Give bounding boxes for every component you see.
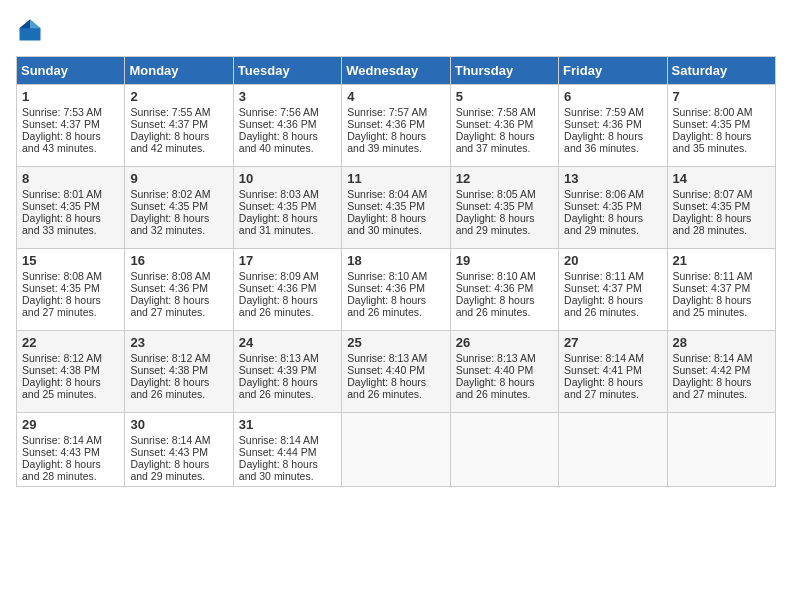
day-number: 5 bbox=[456, 89, 553, 104]
sunset-label: Sunset: 4:36 PM bbox=[456, 282, 534, 294]
calendar-row: 1 Sunrise: 7:53 AM Sunset: 4:37 PM Dayli… bbox=[17, 85, 776, 167]
sunrise-label: Sunrise: 8:06 AM bbox=[564, 188, 644, 200]
daylight-label: Daylight: 8 hours and 26 minutes. bbox=[239, 294, 318, 318]
sunrise-label: Sunrise: 8:11 AM bbox=[564, 270, 644, 282]
calendar-day-cell: 3 Sunrise: 7:56 AM Sunset: 4:36 PM Dayli… bbox=[233, 85, 341, 167]
daylight-label: Daylight: 8 hours and 42 minutes. bbox=[130, 130, 209, 154]
sunset-label: Sunset: 4:36 PM bbox=[456, 118, 534, 130]
calendar-day-cell: 8 Sunrise: 8:01 AM Sunset: 4:35 PM Dayli… bbox=[17, 167, 125, 249]
sunset-label: Sunset: 4:35 PM bbox=[456, 200, 534, 212]
calendar-day-cell: 15 Sunrise: 8:08 AM Sunset: 4:35 PM Dayl… bbox=[17, 249, 125, 331]
day-number: 30 bbox=[130, 417, 227, 432]
sunset-label: Sunset: 4:40 PM bbox=[456, 364, 534, 376]
daylight-label: Daylight: 8 hours and 40 minutes. bbox=[239, 130, 318, 154]
sunset-label: Sunset: 4:35 PM bbox=[130, 200, 208, 212]
sunset-label: Sunset: 4:36 PM bbox=[347, 282, 425, 294]
day-number: 20 bbox=[564, 253, 661, 268]
daylight-label: Daylight: 8 hours and 29 minutes. bbox=[564, 212, 643, 236]
logo-icon bbox=[16, 16, 44, 44]
daylight-label: Daylight: 8 hours and 26 minutes. bbox=[239, 376, 318, 400]
daylight-label: Daylight: 8 hours and 36 minutes. bbox=[564, 130, 643, 154]
calendar-day-cell: 7 Sunrise: 8:00 AM Sunset: 4:35 PM Dayli… bbox=[667, 85, 775, 167]
sunrise-label: Sunrise: 8:01 AM bbox=[22, 188, 102, 200]
sunrise-label: Sunrise: 8:02 AM bbox=[130, 188, 210, 200]
daylight-label: Daylight: 8 hours and 28 minutes. bbox=[673, 212, 752, 236]
logo bbox=[16, 16, 48, 44]
day-of-week-header: Saturday bbox=[667, 57, 775, 85]
sunset-label: Sunset: 4:35 PM bbox=[673, 200, 751, 212]
day-of-week-header: Sunday bbox=[17, 57, 125, 85]
sunset-label: Sunset: 4:36 PM bbox=[347, 118, 425, 130]
day-number: 17 bbox=[239, 253, 336, 268]
day-number: 22 bbox=[22, 335, 119, 350]
calendar-day-cell: 25 Sunrise: 8:13 AM Sunset: 4:40 PM Dayl… bbox=[342, 331, 450, 413]
sunrise-label: Sunrise: 8:14 AM bbox=[22, 434, 102, 446]
calendar-day-cell: 5 Sunrise: 7:58 AM Sunset: 4:36 PM Dayli… bbox=[450, 85, 558, 167]
daylight-label: Daylight: 8 hours and 27 minutes. bbox=[673, 376, 752, 400]
sunrise-label: Sunrise: 8:13 AM bbox=[347, 352, 427, 364]
sunrise-label: Sunrise: 8:12 AM bbox=[130, 352, 210, 364]
day-number: 25 bbox=[347, 335, 444, 350]
sunrise-label: Sunrise: 8:14 AM bbox=[673, 352, 753, 364]
sunrise-label: Sunrise: 8:12 AM bbox=[22, 352, 102, 364]
daylight-label: Daylight: 8 hours and 28 minutes. bbox=[22, 458, 101, 482]
daylight-label: Daylight: 8 hours and 37 minutes. bbox=[456, 130, 535, 154]
sunset-label: Sunset: 4:39 PM bbox=[239, 364, 317, 376]
sunset-label: Sunset: 4:37 PM bbox=[130, 118, 208, 130]
day-number: 14 bbox=[673, 171, 770, 186]
sunrise-label: Sunrise: 8:10 AM bbox=[347, 270, 427, 282]
calendar-day-cell: 28 Sunrise: 8:14 AM Sunset: 4:42 PM Dayl… bbox=[667, 331, 775, 413]
day-of-week-header: Monday bbox=[125, 57, 233, 85]
sunrise-label: Sunrise: 8:04 AM bbox=[347, 188, 427, 200]
day-number: 10 bbox=[239, 171, 336, 186]
day-number: 8 bbox=[22, 171, 119, 186]
calendar-header-row: SundayMondayTuesdayWednesdayThursdayFrid… bbox=[17, 57, 776, 85]
empty-calendar-cell bbox=[450, 413, 558, 487]
daylight-label: Daylight: 8 hours and 26 minutes. bbox=[347, 376, 426, 400]
sunrise-label: Sunrise: 8:07 AM bbox=[673, 188, 753, 200]
daylight-label: Daylight: 8 hours and 30 minutes. bbox=[347, 212, 426, 236]
calendar-day-cell: 30 Sunrise: 8:14 AM Sunset: 4:43 PM Dayl… bbox=[125, 413, 233, 487]
calendar-day-cell: 1 Sunrise: 7:53 AM Sunset: 4:37 PM Dayli… bbox=[17, 85, 125, 167]
sunset-label: Sunset: 4:36 PM bbox=[564, 118, 642, 130]
calendar-table: SundayMondayTuesdayWednesdayThursdayFrid… bbox=[16, 56, 776, 487]
calendar-row: 15 Sunrise: 8:08 AM Sunset: 4:35 PM Dayl… bbox=[17, 249, 776, 331]
svg-marker-2 bbox=[20, 20, 31, 29]
calendar-day-cell: 24 Sunrise: 8:13 AM Sunset: 4:39 PM Dayl… bbox=[233, 331, 341, 413]
calendar-day-cell: 12 Sunrise: 8:05 AM Sunset: 4:35 PM Dayl… bbox=[450, 167, 558, 249]
sunset-label: Sunset: 4:43 PM bbox=[130, 446, 208, 458]
daylight-label: Daylight: 8 hours and 35 minutes. bbox=[673, 130, 752, 154]
daylight-label: Daylight: 8 hours and 27 minutes. bbox=[130, 294, 209, 318]
daylight-label: Daylight: 8 hours and 27 minutes. bbox=[22, 294, 101, 318]
calendar-day-cell: 11 Sunrise: 8:04 AM Sunset: 4:35 PM Dayl… bbox=[342, 167, 450, 249]
daylight-label: Daylight: 8 hours and 29 minutes. bbox=[456, 212, 535, 236]
sunrise-label: Sunrise: 8:08 AM bbox=[130, 270, 210, 282]
day-number: 24 bbox=[239, 335, 336, 350]
sunset-label: Sunset: 4:35 PM bbox=[22, 200, 100, 212]
daylight-label: Daylight: 8 hours and 25 minutes. bbox=[673, 294, 752, 318]
day-number: 27 bbox=[564, 335, 661, 350]
sunset-label: Sunset: 4:35 PM bbox=[239, 200, 317, 212]
day-number: 31 bbox=[239, 417, 336, 432]
empty-calendar-cell bbox=[559, 413, 667, 487]
sunset-label: Sunset: 4:36 PM bbox=[239, 118, 317, 130]
day-number: 9 bbox=[130, 171, 227, 186]
day-number: 23 bbox=[130, 335, 227, 350]
sunrise-label: Sunrise: 8:08 AM bbox=[22, 270, 102, 282]
calendar-day-cell: 29 Sunrise: 8:14 AM Sunset: 4:43 PM Dayl… bbox=[17, 413, 125, 487]
sunrise-label: Sunrise: 8:13 AM bbox=[239, 352, 319, 364]
sunrise-label: Sunrise: 7:53 AM bbox=[22, 106, 102, 118]
day-number: 16 bbox=[130, 253, 227, 268]
day-number: 28 bbox=[673, 335, 770, 350]
sunrise-label: Sunrise: 8:14 AM bbox=[130, 434, 210, 446]
day-number: 12 bbox=[456, 171, 553, 186]
daylight-label: Daylight: 8 hours and 30 minutes. bbox=[239, 458, 318, 482]
sunset-label: Sunset: 4:40 PM bbox=[347, 364, 425, 376]
day-of-week-header: Friday bbox=[559, 57, 667, 85]
sunset-label: Sunset: 4:42 PM bbox=[673, 364, 751, 376]
calendar-day-cell: 20 Sunrise: 8:11 AM Sunset: 4:37 PM Dayl… bbox=[559, 249, 667, 331]
day-number: 29 bbox=[22, 417, 119, 432]
sunrise-label: Sunrise: 8:11 AM bbox=[673, 270, 753, 282]
day-number: 4 bbox=[347, 89, 444, 104]
sunrise-label: Sunrise: 8:14 AM bbox=[239, 434, 319, 446]
